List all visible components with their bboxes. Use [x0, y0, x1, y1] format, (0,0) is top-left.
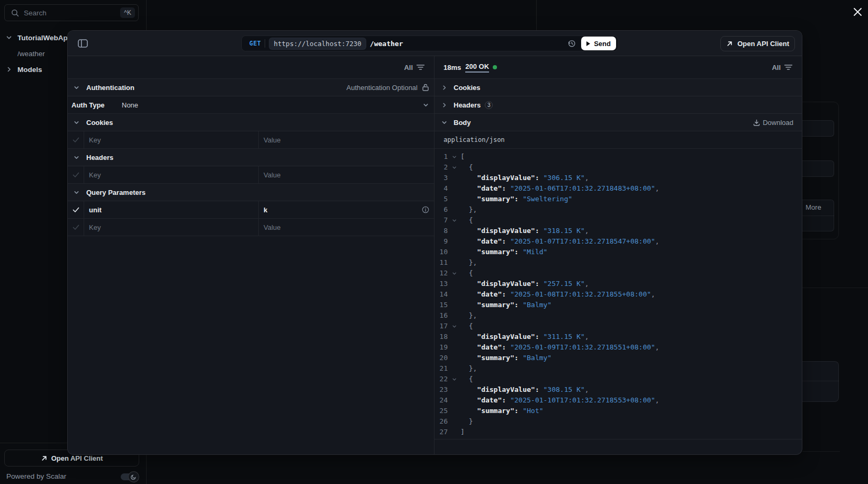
download-button[interactable]: Download: [753, 119, 793, 127]
line-number: 26: [435, 416, 448, 427]
content-column-border: [536, 0, 537, 30]
close-icon[interactable]: [852, 6, 863, 17]
key-cell[interactable]: unit: [84, 201, 259, 218]
response-section-cookies[interactable]: Cookies: [435, 79, 802, 96]
line-number: 16: [435, 310, 448, 321]
code-line: 8 "displayValue": "318.15 K",: [435, 226, 802, 236]
modal-header: GET https://localhost:7230 /weather Send…: [68, 31, 802, 56]
value-cell[interactable]: Value: [259, 166, 434, 183]
lock-open-icon: [422, 84, 429, 91]
response-section-headers[interactable]: Headers 3: [435, 96, 802, 114]
section-cookies[interactable]: Cookies: [68, 114, 434, 131]
code-line: 16 },: [435, 310, 802, 321]
address-bar[interactable]: GET https://localhost:7230 /weather Send: [241, 35, 618, 51]
code-line: 3 "displayValue": "306.15 K",: [435, 173, 802, 183]
fold-chevron-icon[interactable]: [448, 321, 460, 331]
fold-chevron-icon[interactable]: [448, 374, 460, 384]
dark-mode-knob: [128, 471, 139, 482]
line-number: 17: [435, 321, 448, 331]
chevron-down-icon: [423, 102, 429, 108]
response-section-body[interactable]: Body Download: [435, 114, 802, 131]
request-filter-all[interactable]: All: [404, 64, 413, 71]
line-number: 15: [435, 300, 448, 310]
status-green-dot: [493, 65, 497, 69]
code-line: 15 "summary": "Balmy": [435, 300, 802, 310]
send-button[interactable]: Send: [581, 37, 616, 50]
code-line: 26 }: [435, 416, 802, 427]
chevron-right-icon: [5, 66, 13, 73]
code-line: 19 "date": "2025-01-09T17:01:32.2718551+…: [435, 342, 802, 353]
powered-by-scalar[interactable]: Powered by Scalar: [6, 472, 66, 480]
line-number: 6: [435, 204, 448, 215]
filter-icon[interactable]: [784, 64, 792, 70]
moon-icon: [131, 474, 137, 480]
auth-type-select[interactable]: Auth Type None: [68, 96, 434, 114]
line-number: 19: [435, 342, 448, 353]
api-client-modal: GET https://localhost:7230 /weather Send…: [67, 30, 802, 455]
line-number: 8: [435, 226, 448, 236]
response-body-code[interactable]: 1[2 {3 "displayValue": "306.15 K",4 "dat…: [435, 149, 802, 440]
open-api-client-button[interactable]: Open API Client: [720, 36, 795, 51]
section-authentication[interactable]: Authentication Authentication Optional: [68, 79, 434, 96]
line-number: 20: [435, 353, 448, 363]
code-line: 2 {: [435, 162, 802, 173]
code-line: 13 "displayValue": "257.15 K",: [435, 279, 802, 289]
code-line: 5 "summary": "Sweltering": [435, 194, 802, 204]
fold-chevron-icon[interactable]: [448, 215, 460, 226]
value-cell[interactable]: Value: [259, 131, 434, 148]
value-cell[interactable]: k: [259, 201, 434, 218]
param-row: KeyValue: [68, 166, 434, 184]
row-checkbox[interactable]: [68, 201, 84, 218]
fold-chevron-icon[interactable]: [448, 162, 460, 173]
key-cell[interactable]: Key: [84, 131, 259, 148]
line-number: 4: [435, 183, 448, 194]
section-headers[interactable]: Headers: [68, 149, 434, 166]
request-pane: All Authentication Authentication Option…: [68, 56, 435, 454]
response-status: 200 OK: [465, 62, 489, 73]
value-cell[interactable]: Value: [259, 219, 434, 236]
auth-type-value: None: [122, 101, 138, 109]
line-number: 14: [435, 289, 448, 300]
response-filter-all[interactable]: All: [772, 64, 781, 71]
info-icon[interactable]: [422, 206, 429, 213]
code-line: 17 {: [435, 321, 802, 331]
external-arrow-icon: [41, 455, 48, 462]
line-number: 24: [435, 395, 448, 406]
code-line: 7 {: [435, 215, 802, 226]
response-duration: 18ms: [444, 64, 461, 71]
url-path: /weather: [370, 40, 567, 48]
content-type: application/json: [444, 136, 505, 144]
line-number: 23: [435, 384, 448, 395]
download-label: Download: [763, 119, 793, 127]
fold-chevron-icon[interactable]: [448, 151, 460, 162]
key-cell[interactable]: Key: [84, 166, 259, 183]
address-divider: [265, 39, 265, 48]
code-line: 1[: [435, 151, 802, 162]
param-row: KeyValue: [68, 219, 434, 236]
code-line: 24 "date": "2025-01-10T17:01:32.2718553+…: [435, 395, 802, 406]
section-query-parameters[interactable]: Query Parameters: [68, 184, 434, 201]
chevron-down-icon: [74, 120, 79, 126]
dark-mode-toggle[interactable]: [121, 473, 139, 480]
code-line: 23 "displayValue": "308.15 K",: [435, 384, 802, 395]
sidebar-toggle-button[interactable]: [77, 38, 88, 49]
code-line: 4 "date": "2025-01-06T17:01:32.2718483+0…: [435, 183, 802, 194]
history-icon[interactable]: [567, 39, 576, 48]
line-number: 12: [435, 268, 448, 279]
row-checkbox[interactable]: [68, 166, 84, 183]
search-input[interactable]: Search ^K: [4, 4, 139, 21]
code-line: 9 "date": "2025-01-07T17:01:32.2718547+0…: [435, 236, 802, 247]
fold-chevron-icon[interactable]: [448, 268, 460, 279]
line-number: 1: [435, 151, 448, 162]
row-checkbox[interactable]: [68, 219, 84, 236]
line-number: 21: [435, 363, 448, 374]
code-line: 11 },: [435, 257, 802, 268]
chevron-down-icon: [74, 190, 79, 195]
param-row: unitk: [68, 201, 434, 219]
request-filter-row: All: [68, 56, 434, 79]
search-shortcut-badge: ^K: [120, 7, 135, 18]
row-checkbox[interactable]: [68, 131, 84, 148]
param-row: KeyValue: [68, 131, 434, 149]
key-cell[interactable]: Key: [84, 219, 259, 236]
filter-icon[interactable]: [417, 64, 424, 70]
